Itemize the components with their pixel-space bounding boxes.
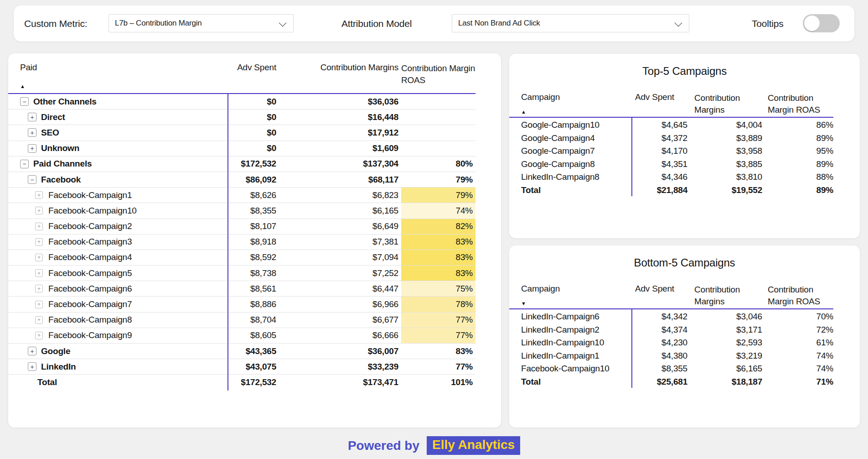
- roas-value: 61%: [765, 338, 833, 348]
- expand-icon[interactable]: +: [35, 191, 43, 199]
- table-row[interactable]: +Facebook-Campaign3$8,918$7,38183%: [8, 235, 475, 250]
- column-header-contribution-margin-roas[interactable]: Contribution Margin ROAS: [765, 89, 833, 117]
- row-label: Other Channels: [33, 97, 97, 107]
- column-header-paid[interactable]: Paid: [8, 53, 227, 93]
- adv-spent-value: $4,374: [631, 325, 691, 335]
- column-header-adv-spent[interactable]: Adv Spent: [227, 53, 283, 93]
- column-header-campaign[interactable]: Campaign: [509, 280, 631, 308]
- column-header-adv-spent[interactable]: Adv Spent: [631, 89, 691, 117]
- tooltips-toggle[interactable]: [803, 14, 840, 32]
- collapse-icon[interactable]: −: [28, 175, 36, 184]
- powered-by-text: Powered by: [348, 438, 419, 453]
- table-row[interactable]: LinkedIn-Campaign6$4,342$3,04670%: [509, 310, 833, 323]
- expand-icon[interactable]: +: [35, 332, 43, 339]
- row-label: LinkedIn: [41, 362, 76, 372]
- collapse-icon[interactable]: −: [20, 160, 29, 168]
- column-header-contribution-margin-roas[interactable]: Contribution Margin ROAS: [765, 280, 833, 308]
- column-header-contribution-margins[interactable]: Contribution Margins: [691, 280, 765, 308]
- table-row[interactable]: Facebook-Campaign10$8,355$6,16574%: [509, 362, 833, 376]
- row-label: Direct: [41, 112, 65, 122]
- table-row[interactable]: LinkedIn-Campaign2$4,374$3,17172%: [509, 323, 833, 337]
- table-row[interactable]: +Facebook-Campaign5$8,738$7,25283%: [8, 266, 475, 281]
- expand-icon[interactable]: +: [35, 207, 43, 214]
- sort-ascending-icon[interactable]: ▲: [521, 109, 526, 115]
- table-row[interactable]: LinkedIn-Campaign10$4,230$2,59361%: [509, 336, 833, 349]
- table-row[interactable]: +SEO$0$17,912: [8, 125, 475, 141]
- total-row[interactable]: Total$21,884$19,55289%: [509, 184, 833, 197]
- table-row[interactable]: LinkedIn-Campaign8$4,346$3,81088%: [509, 171, 833, 184]
- row-label-cell: Total: [8, 377, 227, 387]
- custom-metric-dropdown[interactable]: L7b – Contribution Margin: [108, 14, 294, 32]
- table-row[interactable]: Google-Campaign7$4,170$3,95895%: [509, 145, 833, 158]
- row-label: Facebook-Campaign8: [48, 315, 132, 325]
- table-row[interactable]: +Facebook-Campaign1$8,626$6,82379%: [8, 188, 475, 203]
- column-header-contribution-margin-roas[interactable]: Contribution Margin ROAS: [401, 53, 475, 93]
- table-row[interactable]: +Facebook-Campaign10$8,355$6,16574%: [8, 203, 475, 219]
- expand-icon[interactable]: +: [35, 269, 43, 277]
- expand-icon[interactable]: +: [28, 144, 36, 153]
- column-header-campaign[interactable]: Campaign: [509, 89, 631, 117]
- table-row[interactable]: Google-Campaign10$4,645$4,00486%: [509, 119, 833, 132]
- expand-icon[interactable]: +: [28, 347, 36, 355]
- expand-icon[interactable]: +: [28, 113, 36, 121]
- row-label-cell: +Facebook-Campaign4: [8, 252, 227, 262]
- roas-value: 75%: [401, 281, 475, 296]
- attribution-model-dropdown[interactable]: Last Non Brand Ad Click: [452, 14, 689, 32]
- table-row[interactable]: +Facebook-Campaign9$8,605$6,66677%: [8, 328, 475, 344]
- table-row[interactable]: LinkedIn-Campaign1$4,380$3,21974%: [509, 349, 833, 363]
- table-row[interactable]: Google-Campaign4$4,372$3,88989%: [509, 132, 833, 145]
- expand-icon[interactable]: +: [35, 285, 43, 292]
- expand-icon[interactable]: +: [35, 316, 43, 324]
- total-row[interactable]: Total$25,681$18,18771%: [509, 376, 833, 389]
- chevron-down-icon: [675, 19, 682, 27]
- row-label-cell: −Other Channels: [8, 97, 227, 107]
- contribution-margin-value: $3,810: [691, 172, 765, 182]
- row-label: Facebook-Campaign6: [48, 284, 132, 294]
- table-row[interactable]: Google-Campaign8$4,351$3,88589%: [509, 158, 833, 171]
- row-label-cell: +SEO: [8, 128, 227, 138]
- expand-icon[interactable]: +: [28, 362, 36, 371]
- adv-spent-value: $172,532: [227, 377, 283, 387]
- total-row[interactable]: Total$172,532$173,471101%: [8, 375, 475, 390]
- table-row[interactable]: +Facebook-Campaign8$8,704$6,67777%: [8, 313, 475, 328]
- expand-icon[interactable]: +: [35, 223, 43, 230]
- expand-icon[interactable]: +: [28, 128, 36, 137]
- adv-spent-value: $21,884: [631, 185, 691, 195]
- expand-icon[interactable]: +: [35, 254, 43, 261]
- table-row[interactable]: +LinkedIn$43,075$33,23977%: [8, 359, 475, 375]
- sort-descending-icon[interactable]: ▼: [521, 301, 526, 306]
- contribution-margin-value: $6,666: [283, 330, 401, 340]
- brand-badge[interactable]: Elly Analytics: [427, 436, 520, 455]
- column-header-adv-spent[interactable]: Adv Spent: [631, 280, 691, 308]
- contribution-margin-value: $18,187: [691, 377, 765, 387]
- sort-ascending-icon[interactable]: ▲: [20, 83, 25, 89]
- column-header-contribution-margins[interactable]: Contribution Margins: [283, 53, 401, 93]
- table-row[interactable]: +Facebook-Campaign2$8,107$6,64982%: [8, 219, 475, 235]
- table-row[interactable]: +Unknown$0$1,609: [8, 141, 475, 156]
- filter-bar: Custom Metric: L7b – Contribution Margin…: [14, 5, 854, 42]
- table-row[interactable]: +Direct$0$16,448: [8, 110, 475, 125]
- contribution-margin-value: $36,036: [283, 97, 401, 107]
- row-label-cell: +Google: [8, 346, 227, 356]
- expand-icon[interactable]: +: [35, 238, 43, 246]
- adv-spent-value: $8,704: [227, 315, 283, 325]
- table-row[interactable]: +Facebook-Campaign4$8,592$7,09483%: [8, 250, 475, 266]
- column-header-contribution-margins[interactable]: Contribution Margins: [691, 89, 765, 117]
- table-row[interactable]: +Facebook-Campaign6$8,561$6,44775%: [8, 281, 475, 297]
- roas-value: [401, 141, 475, 156]
- table-row[interactable]: +Facebook-Campaign7$8,886$6,96678%: [8, 297, 475, 312]
- expand-icon[interactable]: +: [35, 301, 43, 308]
- bottom5-title: Bottom-5 Campaigns: [509, 256, 860, 269]
- collapse-icon[interactable]: −: [20, 97, 29, 106]
- table-row[interactable]: −Paid Channels$172,532$137,30480%: [8, 156, 475, 172]
- table-row[interactable]: +Google$43,365$36,00783%: [8, 344, 475, 359]
- table-row[interactable]: −Other Channels$0$36,036: [8, 94, 475, 110]
- roas-value: 77%: [401, 328, 475, 343]
- row-label: Unknown: [41, 143, 79, 153]
- adv-spent-value: $8,738: [227, 268, 283, 278]
- adv-spent-value: $172,532: [227, 159, 283, 169]
- adv-spent-value: $4,346: [631, 172, 691, 182]
- adv-spent-value: $4,380: [631, 351, 691, 361]
- adv-spent-value: $8,355: [631, 364, 691, 374]
- table-row[interactable]: −Facebook$86,092$68,11779%: [8, 172, 475, 188]
